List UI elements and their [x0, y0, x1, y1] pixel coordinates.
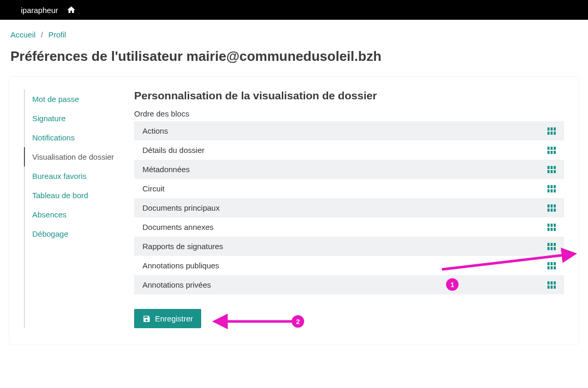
sidebar-item-7[interactable]: Débogage	[24, 224, 128, 243]
grip-icon[interactable]	[547, 224, 556, 231]
block-row-label: Rapports de signatures	[142, 242, 223, 251]
grip-icon[interactable]	[547, 243, 556, 250]
home-icon[interactable]	[67, 5, 76, 15]
section-title: Personnalisation de la visualisation de …	[134, 89, 564, 102]
block-row-label: Annotations publiques	[142, 261, 219, 270]
block-row-label: Métadonnées	[142, 165, 190, 174]
sidebar-item-1[interactable]: Signature	[24, 109, 128, 128]
grip-icon[interactable]	[547, 147, 556, 154]
breadcrumb-separator: /	[41, 30, 43, 39]
svg-line-0	[442, 254, 574, 269]
block-row[interactable]: Détails du dossier	[134, 140, 564, 160]
block-row[interactable]: Documents principaux	[134, 198, 564, 217]
topbar: iparapheur	[0, 0, 588, 20]
breadcrumb: Accueil / Profil	[10, 30, 578, 39]
block-row-label: Annotations privées	[142, 280, 211, 289]
grip-icon[interactable]	[547, 166, 556, 173]
sidebar-item-6[interactable]: Absences	[24, 205, 128, 224]
save-button[interactable]: Enregistrer	[134, 309, 201, 328]
grip-icon[interactable]	[547, 204, 556, 212]
block-row[interactable]: Annotations privées	[134, 275, 564, 294]
brand-label: iparapheur	[21, 6, 58, 15]
block-row[interactable]: Métadonnées	[134, 160, 564, 179]
save-button-label: Enregistrer	[155, 314, 193, 323]
block-row-label: Documents annexes	[142, 223, 214, 231]
sidebar: Mot de passeSignatureNotificationsVisual…	[24, 89, 128, 328]
grip-icon[interactable]	[547, 185, 556, 192]
annotation-arrow-1	[437, 251, 582, 272]
sidebar-item-5[interactable]: Tableau de bord	[24, 186, 128, 205]
sidebar-item-3[interactable]: Visualisation de dossier	[24, 147, 128, 166]
block-row-label: Documents principaux	[142, 203, 219, 212]
save-icon	[142, 315, 151, 323]
subsection-label: Ordre des blocs	[134, 109, 564, 118]
annotation-badge-1: 1	[446, 278, 459, 291]
sidebar-item-4[interactable]: Bureaux favoris	[24, 166, 128, 186]
sidebar-item-0[interactable]: Mot de passe	[24, 89, 128, 109]
annotation-badge-2: 2	[292, 315, 304, 328]
block-row[interactable]: Documents annexes	[134, 217, 564, 237]
block-row[interactable]: Circuit	[134, 179, 564, 198]
sidebar-item-2[interactable]: Notifications	[24, 128, 128, 147]
breadcrumb-profile[interactable]: Profil	[48, 30, 66, 39]
grip-icon[interactable]	[547, 127, 556, 135]
block-row-label: Détails du dossier	[142, 146, 204, 154]
grip-icon[interactable]	[547, 281, 556, 289]
block-row-label: Circuit	[142, 184, 165, 193]
block-row[interactable]: Actions	[134, 121, 564, 140]
breadcrumb-home[interactable]: Accueil	[10, 30, 35, 39]
block-row-label: Actions	[142, 126, 168, 135]
annotation-arrow-2	[211, 316, 299, 327]
page-title: Préférences de l'utilisateur mairie@comm…	[10, 48, 578, 64]
